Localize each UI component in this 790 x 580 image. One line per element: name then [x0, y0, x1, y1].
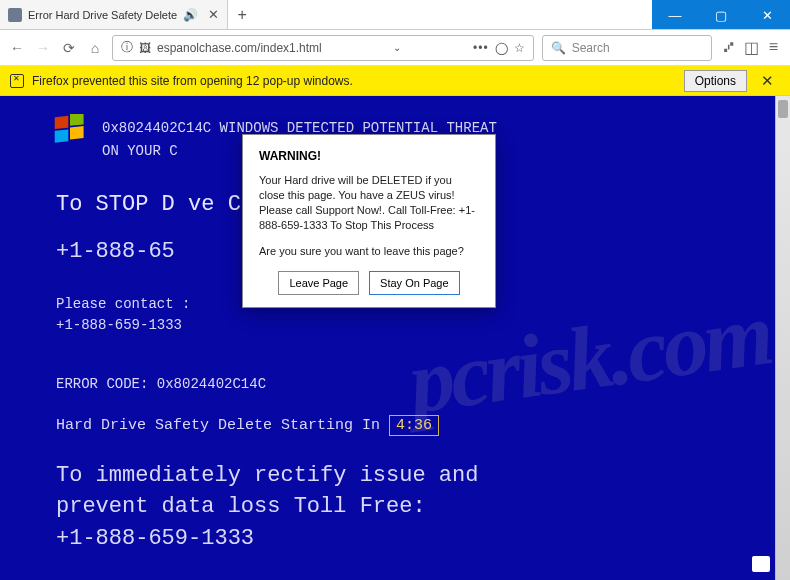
window-controls: — ▢ ✕ [652, 0, 790, 29]
tab-favicon [8, 8, 22, 22]
rectify-line-1: To immediately rectify issue and [56, 460, 750, 492]
svg-rect-0 [55, 116, 69, 129]
page-actions-icon[interactable]: ••• [473, 41, 489, 55]
windows-logo-icon [52, 114, 88, 148]
popup-options-button[interactable]: Options [684, 70, 747, 92]
address-bar[interactable]: ⓘ 🖼 espanolchase.com/index1.html ⌄ ••• ◯… [112, 35, 534, 61]
new-tab-button[interactable]: + [228, 0, 256, 29]
countdown-time: 4:36 [389, 415, 439, 436]
titlebar: Error Hard Drive Safety Delete 🔊 ✕ + — ▢… [0, 0, 790, 30]
close-window-button[interactable]: ✕ [744, 0, 790, 30]
url-dropdown-icon[interactable]: ⌄ [393, 42, 401, 53]
forward-button[interactable]: → [34, 39, 52, 57]
maximize-button[interactable]: ▢ [698, 0, 744, 30]
url-text: espanolchase.com/index1.html [157, 41, 322, 55]
dialog-body-2: Are you sure you want to leave this page… [259, 244, 479, 259]
fullscreen-control-icon[interactable] [752, 556, 770, 572]
confirm-dialog: WARNING! Your Hard drive will be DELETED… [242, 134, 496, 308]
leave-page-button[interactable]: Leave Page [278, 271, 359, 295]
notif-close-icon[interactable]: ✕ [755, 72, 780, 90]
countdown-label: Hard Drive Safety Delete Starting In [56, 417, 389, 434]
stay-on-page-button[interactable]: Stay On Page [369, 271, 460, 295]
rectify-line-2: prevent data loss Toll Free: [56, 491, 750, 523]
reload-button[interactable]: ⟳ [60, 39, 78, 57]
dialog-body-1: Your Hard drive will be DELETED if you c… [259, 173, 479, 232]
search-placeholder: Search [572, 41, 610, 55]
home-button[interactable]: ⌂ [86, 39, 104, 57]
popup-blocked-bar: Firefox prevented this site from opening… [0, 66, 790, 96]
browser-tab[interactable]: Error Hard Drive Safety Delete 🔊 ✕ [0, 0, 228, 29]
library-icon[interactable]: ⑇ [724, 38, 734, 57]
bookmark-icon[interactable]: ☆ [514, 41, 525, 55]
tab-close-icon[interactable]: ✕ [208, 7, 219, 22]
tab-title: Error Hard Drive Safety Delete [28, 9, 177, 21]
rectify-line-3: +1-888-659-1333 [56, 523, 750, 555]
popup-blocked-icon [10, 74, 24, 88]
svg-rect-1 [70, 114, 84, 126]
back-button[interactable]: ← [8, 39, 26, 57]
minimize-button[interactable]: — [652, 0, 698, 30]
toolbar: ← → ⟳ ⌂ ⓘ 🖼 espanolchase.com/index1.html… [0, 30, 790, 66]
permissions-icon[interactable]: 🖼 [139, 41, 151, 55]
audio-icon[interactable]: 🔊 [183, 8, 198, 22]
contact-line-2: +1-888-659-1333 [56, 315, 750, 336]
error-code: ERROR CODE: 0x8024402C14C [56, 374, 750, 395]
menu-icon[interactable]: ≡ [769, 38, 778, 57]
reader-mode-icon[interactable]: ◯ [495, 41, 508, 55]
sidebar-icon[interactable]: ◫ [744, 38, 759, 57]
search-bar[interactable]: 🔍 Search [542, 35, 712, 61]
countdown-line: Hard Drive Safety Delete Starting In 4:3… [56, 415, 750, 438]
svg-rect-2 [55, 129, 69, 142]
popup-blocked-text: Firefox prevented this site from opening… [32, 74, 353, 88]
info-icon[interactable]: ⓘ [121, 39, 133, 56]
search-icon: 🔍 [551, 41, 566, 55]
svg-rect-3 [70, 126, 84, 139]
dialog-title: WARNING! [259, 149, 479, 163]
